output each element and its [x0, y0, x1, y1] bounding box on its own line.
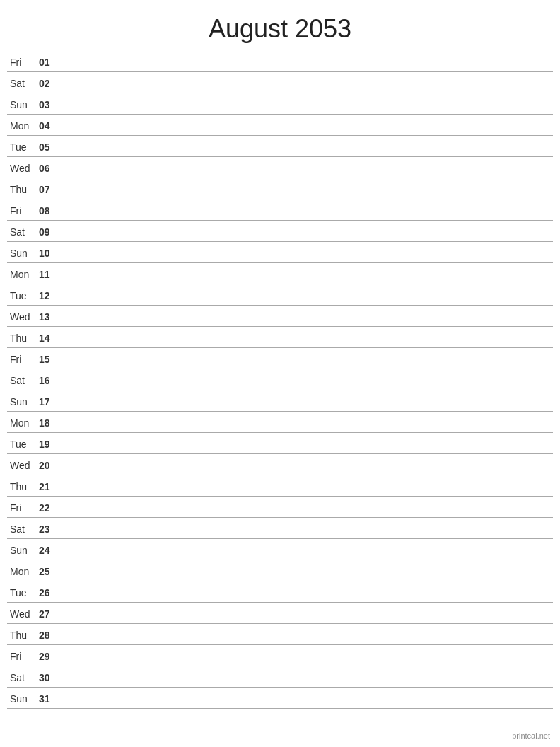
day-number: 27: [39, 608, 60, 620]
day-number: 22: [39, 502, 60, 514]
day-number: 31: [39, 693, 60, 705]
day-row: Mon25: [7, 560, 553, 581]
day-row: Fri29: [7, 645, 553, 666]
day-number: 16: [39, 375, 60, 386]
day-line: [60, 507, 553, 508]
day-name: Sat: [7, 672, 39, 683]
day-number: 10: [39, 248, 60, 259]
day-name: Sun: [7, 248, 39, 259]
day-name: Thu: [7, 481, 39, 492]
day-number: 02: [39, 78, 60, 89]
day-row: Wed27: [7, 603, 553, 624]
day-number: 20: [39, 460, 60, 471]
day-row: Wed20: [7, 454, 553, 475]
day-number: 08: [39, 205, 60, 216]
day-line: [60, 465, 553, 465]
day-row: Wed06: [7, 157, 553, 178]
day-name: Sat: [7, 375, 39, 386]
day-number: 04: [39, 120, 60, 132]
day-line: [60, 231, 553, 232]
day-line: [60, 274, 553, 274]
day-line: [60, 316, 553, 317]
day-line: [60, 62, 553, 62]
day-name: Tue: [7, 439, 39, 450]
day-name: Thu: [7, 332, 39, 344]
day-line: [60, 444, 553, 444]
day-name: Fri: [7, 205, 39, 216]
day-row: Sun31: [7, 688, 553, 709]
day-number: 09: [39, 226, 60, 238]
day-number: 14: [39, 332, 60, 344]
day-number: 15: [39, 354, 60, 365]
day-line: [60, 401, 553, 402]
day-number: 23: [39, 523, 60, 535]
day-name: Wed: [7, 311, 39, 323]
day-line: [60, 337, 553, 338]
day-name: Mon: [7, 417, 39, 429]
day-number: 11: [39, 269, 60, 280]
day-line: [60, 550, 553, 550]
day-name: Tue: [7, 141, 39, 153]
day-number: 19: [39, 439, 60, 450]
day-line: [60, 253, 553, 253]
day-line: [60, 104, 553, 105]
day-number: 24: [39, 545, 60, 556]
day-line: [60, 486, 553, 487]
day-line: [60, 677, 553, 678]
day-row: Fri01: [7, 51, 553, 72]
day-row: Sun10: [7, 242, 553, 263]
day-name: Sun: [7, 396, 39, 407]
day-row: Thu21: [7, 475, 553, 497]
day-name: Mon: [7, 269, 39, 280]
day-row: Thu07: [7, 178, 553, 199]
day-name: Sat: [7, 226, 39, 238]
day-row: Tue26: [7, 581, 553, 603]
day-name: Wed: [7, 163, 39, 174]
watermark: printcal.net: [512, 731, 550, 740]
day-number: 25: [39, 566, 60, 577]
day-line: [60, 83, 553, 83]
day-row: Thu28: [7, 624, 553, 645]
day-name: Tue: [7, 587, 39, 598]
day-row: Tue19: [7, 433, 553, 454]
day-number: 07: [39, 184, 60, 195]
day-name: Sat: [7, 78, 39, 89]
day-number: 21: [39, 481, 60, 492]
day-number: 01: [39, 57, 60, 68]
day-line: [60, 635, 553, 635]
day-row: Fri22: [7, 497, 553, 518]
calendar-list: Fri01Sat02Sun03Mon04Tue05Wed06Thu07Fri08…: [0, 51, 560, 709]
day-line: [60, 125, 553, 126]
day-number: 26: [39, 587, 60, 598]
day-line: [60, 295, 553, 296]
day-row: Tue05: [7, 136, 553, 157]
day-number: 29: [39, 651, 60, 662]
day-number: 18: [39, 417, 60, 429]
day-line: [60, 146, 553, 147]
day-line: [60, 359, 553, 359]
day-number: 06: [39, 163, 60, 174]
day-line: [60, 698, 553, 699]
day-row: Sat02: [7, 72, 553, 93]
day-number: 17: [39, 396, 60, 407]
day-row: Mon11: [7, 263, 553, 284]
day-name: Fri: [7, 354, 39, 365]
day-number: 05: [39, 141, 60, 153]
day-row: Sun03: [7, 93, 553, 115]
day-line: [60, 422, 553, 423]
day-name: Thu: [7, 630, 39, 641]
day-row: Fri15: [7, 348, 553, 369]
day-row: Mon18: [7, 412, 553, 433]
day-name: Fri: [7, 502, 39, 514]
day-number: 03: [39, 99, 60, 110]
day-line: [60, 528, 553, 529]
day-name: Sun: [7, 99, 39, 110]
day-row: Wed13: [7, 306, 553, 327]
day-name: Thu: [7, 184, 39, 195]
day-row: Sat16: [7, 369, 553, 390]
day-line: [60, 189, 553, 190]
day-name: Wed: [7, 608, 39, 620]
day-number: 13: [39, 311, 60, 323]
day-name: Tue: [7, 290, 39, 301]
day-number: 28: [39, 630, 60, 641]
